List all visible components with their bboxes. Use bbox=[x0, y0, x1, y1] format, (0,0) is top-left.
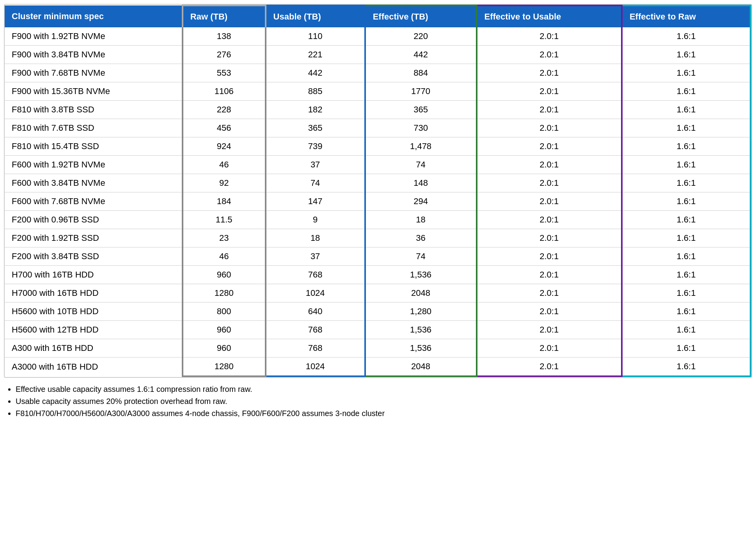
table-cell: 74 bbox=[365, 156, 477, 174]
table-cell: 2.0:1 bbox=[477, 156, 622, 174]
table-cell: 2.0:1 bbox=[477, 284, 622, 302]
table-row: F200 with 3.84TB SSD4637742.0:11.6:1 bbox=[5, 247, 751, 266]
table-cell: F810 with 7.6TB SSD bbox=[5, 119, 183, 137]
table-body: F900 with 1.92TB NVMe1381102202.0:11.6:1… bbox=[5, 27, 751, 376]
table-cell: 221 bbox=[266, 46, 365, 64]
table-cell: 768 bbox=[266, 339, 365, 358]
table-cell: 768 bbox=[266, 321, 365, 339]
table-row: F810 with 3.8TB SSD2281823652.0:11.6:1 bbox=[5, 101, 751, 119]
table-cell: 294 bbox=[365, 192, 477, 211]
table-cell: 2.0:1 bbox=[477, 247, 622, 266]
table-cell: 2.0:1 bbox=[477, 137, 622, 156]
table-cell: 739 bbox=[266, 137, 365, 156]
table-cell: 2.0:1 bbox=[477, 302, 622, 321]
table-cell: 365 bbox=[365, 101, 477, 119]
table-row: A3000 with 16TB HDD1280102420482.0:11.6:… bbox=[5, 358, 751, 377]
table-cell: 2.0:1 bbox=[477, 64, 622, 82]
table-cell: 1,478 bbox=[365, 137, 477, 156]
table-cell: F810 with 3.8TB SSD bbox=[5, 101, 183, 119]
table-cell: 220 bbox=[365, 27, 477, 46]
header-effective: Effective (TB) bbox=[365, 5, 477, 27]
table-cell: 1.6:1 bbox=[622, 156, 751, 174]
table-cell: 1024 bbox=[266, 284, 365, 302]
header-eff-raw: Effective to Raw bbox=[622, 5, 751, 27]
table-cell: H5600 with 10TB HDD bbox=[5, 302, 183, 321]
table-cell: 768 bbox=[266, 266, 365, 284]
table-cell: 640 bbox=[266, 302, 365, 321]
table-cell: 2.0:1 bbox=[477, 192, 622, 211]
footnote-item: F810/H700/H7000/H5600/A300/A3000 assumes… bbox=[16, 409, 752, 418]
table-cell: 1280 bbox=[183, 284, 266, 302]
table-cell: 1024 bbox=[266, 358, 365, 377]
table-cell: 1.6:1 bbox=[622, 266, 751, 284]
table-cell: 960 bbox=[183, 339, 266, 358]
footnote-item: Effective usable capacity assumes 1.6:1 … bbox=[16, 385, 752, 394]
table-cell: 1,280 bbox=[365, 302, 477, 321]
table-cell: 2.0:1 bbox=[477, 174, 622, 192]
table-cell: 1.6:1 bbox=[622, 46, 751, 64]
table-cell: 1.6:1 bbox=[622, 64, 751, 82]
table-cell: 46 bbox=[183, 247, 266, 266]
table-cell: 1.6:1 bbox=[622, 339, 751, 358]
table-cell: H5600 with 12TB HDD bbox=[5, 321, 183, 339]
table-row: H700 with 16TB HDD9607681,5362.0:11.6:1 bbox=[5, 266, 751, 284]
table-cell: 182 bbox=[266, 101, 365, 119]
table-cell: F900 with 1.92TB NVMe bbox=[5, 27, 183, 46]
table-cell: 2048 bbox=[365, 284, 477, 302]
table-cell: 37 bbox=[266, 156, 365, 174]
table-cell: 2.0:1 bbox=[477, 46, 622, 64]
table-cell: 2.0:1 bbox=[477, 82, 622, 101]
table-cell: 800 bbox=[183, 302, 266, 321]
table-cell: 2048 bbox=[365, 358, 477, 377]
table-cell: 1.6:1 bbox=[622, 119, 751, 137]
table-cell: 1,536 bbox=[365, 266, 477, 284]
table-cell: 1.6:1 bbox=[622, 321, 751, 339]
table-row: H7000 with 16TB HDD1280102420482.0:11.6:… bbox=[5, 284, 751, 302]
table-cell: 2.0:1 bbox=[477, 119, 622, 137]
table-cell: 553 bbox=[183, 64, 266, 82]
table-cell: F200 with 3.84TB SSD bbox=[5, 247, 183, 266]
table-cell: 1.6:1 bbox=[622, 229, 751, 247]
table-cell: 1.6:1 bbox=[622, 247, 751, 266]
table-cell: 2.0:1 bbox=[477, 27, 622, 46]
capacity-table-wrapper: Cluster minimum spec Raw (TB) Usable (TB… bbox=[4, 4, 752, 378]
table-cell: 1.6:1 bbox=[622, 27, 751, 46]
table-cell: F600 with 7.68TB NVMe bbox=[5, 192, 183, 211]
table-row: F600 with 7.68TB NVMe1841472942.0:11.6:1 bbox=[5, 192, 751, 211]
table-cell: 92 bbox=[183, 174, 266, 192]
table-cell: 148 bbox=[365, 174, 477, 192]
capacity-table: Cluster minimum spec Raw (TB) Usable (TB… bbox=[5, 5, 751, 377]
table-cell: 442 bbox=[365, 46, 477, 64]
table-cell: 884 bbox=[365, 64, 477, 82]
table-row: F200 with 1.92TB SSD2318362.0:11.6:1 bbox=[5, 229, 751, 247]
table-cell: 456 bbox=[183, 119, 266, 137]
table-cell: 1770 bbox=[365, 82, 477, 101]
table-cell: 9 bbox=[266, 211, 365, 229]
table-row: F600 with 3.84TB NVMe92741482.0:11.6:1 bbox=[5, 174, 751, 192]
table-row: H5600 with 10TB HDD8006401,2802.0:11.6:1 bbox=[5, 302, 751, 321]
table-cell: 138 bbox=[183, 27, 266, 46]
table-cell: A3000 with 16TB HDD bbox=[5, 358, 183, 377]
table-cell: 1,536 bbox=[365, 339, 477, 358]
table-row: H5600 with 12TB HDD9607681,5362.0:11.6:1 bbox=[5, 321, 751, 339]
table-cell: 2.0:1 bbox=[477, 101, 622, 119]
table-row: F900 with 1.92TB NVMe1381102202.0:11.6:1 bbox=[5, 27, 751, 46]
header-usable: Usable (TB) bbox=[266, 5, 365, 27]
table-cell: 11.5 bbox=[183, 211, 266, 229]
table-cell: 2.0:1 bbox=[477, 358, 622, 377]
table-cell: 1.6:1 bbox=[622, 82, 751, 101]
table-cell: F600 with 1.92TB NVMe bbox=[5, 156, 183, 174]
table-cell: F900 with 15.36TB NVMe bbox=[5, 82, 183, 101]
table-cell: 885 bbox=[266, 82, 365, 101]
table-cell: 1.6:1 bbox=[622, 174, 751, 192]
table-row: F810 with 15.4TB SSD9247391,4782.0:11.6:… bbox=[5, 137, 751, 156]
table-cell: 74 bbox=[365, 247, 477, 266]
table-cell: 2.0:1 bbox=[477, 211, 622, 229]
table-cell: F600 with 3.84TB NVMe bbox=[5, 174, 183, 192]
table-cell: 442 bbox=[266, 64, 365, 82]
table-cell: A300 with 16TB HDD bbox=[5, 339, 183, 358]
table-cell: 730 bbox=[365, 119, 477, 137]
table-cell: 1106 bbox=[183, 82, 266, 101]
table-cell: F900 with 3.84TB NVMe bbox=[5, 46, 183, 64]
table-cell: 276 bbox=[183, 46, 266, 64]
